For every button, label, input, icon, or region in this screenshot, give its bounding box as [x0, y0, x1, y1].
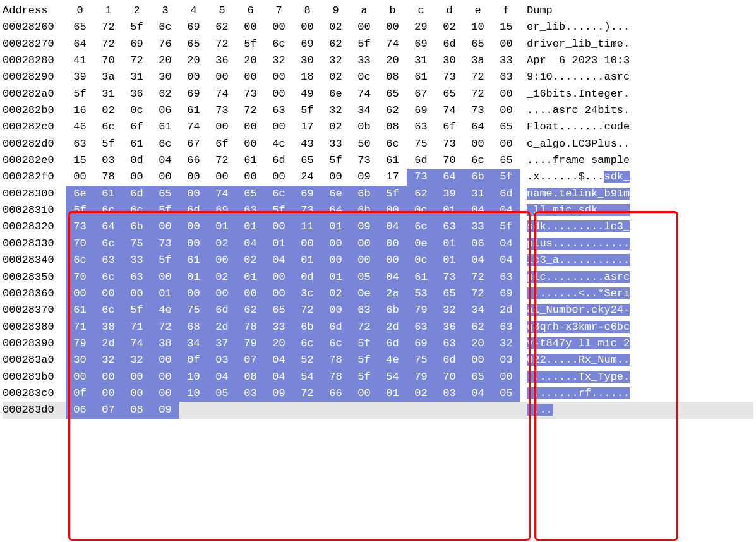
hex-byte[interactable]: 02: [236, 252, 265, 268]
dump-char[interactable]: .: [539, 171, 546, 183]
dump-char[interactable]: .: [623, 204, 630, 216]
dump-char[interactable]: d: [585, 204, 591, 216]
dump-char[interactable]: .: [527, 387, 533, 399]
dump-char[interactable]: .: [546, 387, 553, 399]
hex-byte[interactable]: 5f: [492, 219, 520, 235]
dump-char[interactable]: e: [611, 287, 617, 299]
dump-char[interactable]: .: [623, 387, 630, 399]
hex-bytes[interactable]: 06070809: [66, 402, 520, 418]
hex-byte[interactable]: 65: [378, 86, 407, 102]
dump-char[interactable]: y: [527, 337, 533, 349]
dump-char[interactable]: c: [604, 321, 610, 333]
dump-char[interactable]: .: [533, 404, 539, 416]
dump-char[interactable]: l: [539, 204, 546, 216]
hex-byte[interactable]: 00: [293, 236, 321, 252]
hex-byte[interactable]: 63: [66, 136, 94, 152]
hex-byte[interactable]: 69: [123, 36, 151, 52]
hex-byte[interactable]: 62: [378, 102, 407, 119]
hex-byte[interactable]: 6e: [66, 186, 94, 202]
hex-byte[interactable]: 00: [236, 119, 265, 135]
ascii-dump[interactable]: 9:10........asrc: [520, 69, 630, 85]
dump-char[interactable]: .: [591, 287, 597, 299]
dump-char[interactable]: n: [527, 188, 533, 200]
hex-byte[interactable]: 70: [94, 52, 123, 69]
dump-char[interactable]: .: [527, 404, 533, 416]
hex-byte[interactable]: 52: [293, 352, 321, 368]
dump-char[interactable]: c: [623, 271, 630, 283]
dump-char[interactable]: x: [533, 171, 539, 183]
dump-char[interactable]: _: [546, 254, 553, 266]
dump-char[interactable]: .: [597, 171, 604, 183]
dump-char[interactable]: q: [539, 321, 546, 333]
hex-byte[interactable]: 32: [265, 52, 293, 69]
dump-char[interactable]: c: [591, 304, 597, 316]
hex-row[interactable]: 0002838071387172682d78336b6d722d63366263…: [3, 319, 753, 335]
hex-byte[interactable]: 65: [179, 36, 208, 52]
dump-char[interactable]: 0: [611, 54, 617, 66]
hex-row[interactable]: 00028350706c6300010201000d01050461737263…: [3, 269, 753, 286]
hex-byte[interactable]: 62: [407, 186, 435, 202]
dump-char[interactable]: .: [591, 220, 597, 232]
hex-byte[interactable]: 00: [94, 369, 123, 385]
dump-char[interactable]: h: [553, 321, 559, 333]
ascii-dump[interactable]: ....asrc_24bits.: [520, 102, 630, 119]
dump-char[interactable]: F: [527, 121, 533, 133]
dump-char[interactable]: e: [617, 38, 623, 50]
dump-char[interactable]: a: [604, 71, 610, 83]
dump-char[interactable]: .: [553, 271, 559, 283]
hex-byte[interactable]: 00: [378, 19, 407, 35]
hex-byte[interactable]: 5f: [236, 36, 265, 52]
dump-char[interactable]: -: [597, 321, 604, 333]
hex-byte[interactable]: 38: [151, 335, 179, 352]
dump-char[interactable]: .: [572, 371, 578, 383]
hex-byte[interactable]: 10: [179, 369, 208, 385]
hex-byte[interactable]: 65: [66, 19, 94, 35]
hex-byte[interactable]: 75: [407, 136, 435, 152]
hex-byte[interactable]: 08: [378, 69, 407, 85]
hex-byte[interactable]: 36: [435, 319, 464, 335]
hex-byte[interactable]: 31: [407, 52, 435, 69]
ascii-dump[interactable]: Float.......code: [520, 119, 630, 135]
dump-char[interactable]: b: [597, 104, 604, 116]
dump-char[interactable]: k: [597, 304, 604, 316]
dump-char[interactable]: .: [527, 104, 533, 116]
ascii-dump[interactable]: q8qrh-x3kmr-c6bc: [520, 319, 630, 335]
dump-char[interactable]: d: [611, 171, 617, 183]
ascii-dump[interactable]: plc.........asrc: [520, 269, 630, 286]
dump-char[interactable]: l: [533, 238, 539, 250]
hex-byte[interactable]: 00: [66, 169, 94, 185]
hex-bytes[interactable]: 792d7438343779206c6c5f6d69632032: [66, 335, 520, 352]
dump-char[interactable]: A: [527, 54, 533, 66]
dump-char[interactable]: 3: [539, 254, 546, 266]
dump-char[interactable]: 3: [572, 321, 578, 333]
hex-byte[interactable]: 64: [66, 36, 94, 52]
hex-byte[interactable]: 33: [123, 252, 151, 268]
dump-char[interactable]: .: [572, 271, 578, 283]
dump-char[interactable]: e: [579, 154, 585, 166]
hex-byte[interactable]: 72: [293, 302, 321, 318]
hex-byte[interactable]: 73: [350, 152, 378, 169]
hex-byte[interactable]: 62: [208, 19, 236, 35]
dump-char[interactable]: m: [585, 321, 591, 333]
hex-byte[interactable]: 61: [179, 252, 208, 268]
hex-byte[interactable]: 08: [123, 402, 151, 418]
dump-char[interactable]: k: [591, 204, 597, 216]
hex-byte[interactable]: 6c: [94, 119, 123, 135]
dump-char[interactable]: g: [553, 138, 559, 150]
hex-byte[interactable]: 2d: [208, 319, 236, 335]
hex-byte[interactable]: 00: [208, 252, 236, 268]
hex-byte[interactable]: 64: [94, 219, 123, 235]
dump-char[interactable]: .: [572, 287, 578, 299]
hex-bytes[interactable]: 6472697665725f6c69625f74696d6500: [66, 36, 520, 52]
dump-char[interactable]: .: [591, 171, 597, 183]
hex-byte[interactable]: 4e: [378, 352, 407, 368]
hex-byte[interactable]: 04: [208, 369, 236, 385]
dump-char[interactable]: a: [539, 138, 546, 150]
hex-byte[interactable]: 72: [208, 36, 236, 52]
dump-char[interactable]: r: [579, 304, 585, 316]
hex-byte[interactable]: 00: [208, 169, 236, 185]
hex-byte[interactable]: 72: [208, 152, 236, 169]
dump-char[interactable]: 0: [546, 71, 553, 83]
hex-byte[interactable]: 36: [208, 52, 236, 69]
dump-char[interactable]: t: [591, 88, 597, 100]
